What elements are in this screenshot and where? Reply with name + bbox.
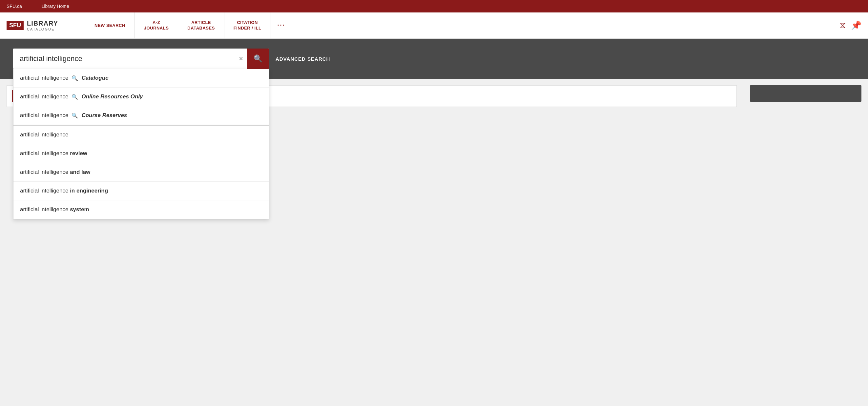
suggestion-kw-1[interactable]: artificial intelligence — [13, 125, 269, 144]
suggestion-catalogue[interactable]: artificial intelligence 🔍 Catalogue — [13, 69, 269, 88]
search-icon-3: 🔍 — [71, 113, 78, 119]
suggestion-label-1: Catalogue — [81, 75, 108, 81]
logo-area[interactable]: SFU LIBRARY CATALOGUE — [0, 12, 85, 38]
suggestion-kw-text-1: artificial intelligence — [20, 131, 68, 138]
suggestion-online-resources[interactable]: artificial intelligence 🔍 Online Resourc… — [13, 88, 269, 106]
nav-citation-finder[interactable]: CITATIONFINDER / ILL — [224, 12, 271, 38]
suggestion-kw-text-5a: artificial intelligence — [20, 206, 70, 213]
library-name: LIBRARY — [27, 20, 58, 27]
suggestion-kw-2[interactable]: artificial intelligence review — [13, 144, 269, 163]
search-icon-1: 🔍 — [71, 75, 78, 81]
main-nav: NEW SEARCH A-ZJOURNALS ARTICLEDATABASES … — [85, 12, 833, 38]
suggestion-course-reserves[interactable]: artificial intelligence 🔍 Course Reserve… — [13, 106, 269, 125]
suggestion-kw-text-4a: artificial intelligence — [20, 188, 70, 194]
suggestions-dropdown: artificial intelligence 🔍 Catalogue arti… — [13, 69, 269, 219]
suggestion-text-2: artificial intelligence — [20, 93, 68, 100]
logo-text: LIBRARY CATALOGUE — [27, 20, 58, 31]
nav-article-databases[interactable]: ARTICLEDATABASES — [178, 12, 224, 38]
catalogue-label: CATALOGUE — [27, 27, 58, 31]
sfu-link[interactable]: SFU.ca — [6, 4, 22, 9]
search-controls: × 🔍 — [235, 49, 269, 69]
suggestion-text-1: artificial intelligence — [20, 75, 68, 81]
main-right — [743, 79, 868, 276]
clear-button[interactable]: × — [235, 55, 247, 63]
search-icon-2: 🔍 — [71, 94, 78, 100]
search-button[interactable]: 🔍 — [247, 49, 269, 69]
pin-icon[interactable]: 📌 — [851, 20, 862, 31]
advanced-search-link[interactable]: ADVANCED SEARCH — [276, 56, 330, 62]
suggestion-label-2: Online Resources Only — [81, 93, 143, 100]
category-suggestions: artificial intelligence 🔍 Catalogue arti… — [13, 69, 269, 125]
suggestion-kw-bold-3: and law — [70, 169, 90, 176]
nav-new-search[interactable]: NEW SEARCH — [85, 12, 135, 38]
suggestion-kw-bold-2: review — [70, 150, 87, 157]
suggestion-kw-5[interactable]: artificial intelligence system — [13, 200, 269, 219]
search-area: × 🔍 artificial intelligence 🔍 Catalogue … — [0, 39, 868, 79]
header: SFU LIBRARY CATALOGUE NEW SEARCH A-ZJOUR… — [0, 12, 868, 39]
suggestion-label-3: Course Reserves — [81, 112, 127, 119]
suggestion-kw-bold-5: system — [70, 206, 89, 213]
search-box-wrapper: × 🔍 artificial intelligence 🔍 Catalogue … — [13, 49, 269, 69]
library-home-link[interactable]: Library Home — [42, 4, 69, 9]
header-icons: ⧖ 📌 — [833, 12, 868, 38]
suggestion-kw-4[interactable]: artificial intelligence in engineering — [13, 182, 269, 200]
search-magnifier-icon: 🔍 — [254, 55, 262, 63]
history-icon[interactable]: ⧖ — [840, 20, 846, 31]
top-bar: SFU.ca Library Home — [0, 0, 868, 12]
suggestion-kw-text-2a: artificial intelligence — [20, 150, 70, 157]
placeholder-bar — [750, 85, 862, 102]
nav-az-journals[interactable]: A-ZJOURNALS — [135, 12, 179, 38]
suggestion-kw-3[interactable]: artificial intelligence and law — [13, 163, 269, 182]
suggestion-kw-bold-4: in engineering — [70, 188, 108, 194]
sfu-badge: SFU — [6, 21, 24, 30]
suggestion-kw-text-3a: artificial intelligence — [20, 169, 70, 176]
search-input[interactable] — [13, 49, 269, 69]
nav-more[interactable]: ··· — [271, 12, 292, 38]
suggestion-text-3: artificial intelligence — [20, 112, 68, 119]
